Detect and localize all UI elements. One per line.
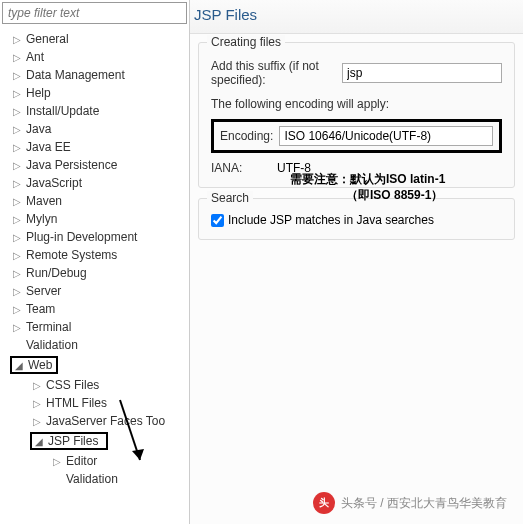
tree-item-label: Maven (26, 194, 62, 208)
tree-item-label: Terminal (26, 320, 71, 334)
chevron-right-icon[interactable]: ▷ (10, 266, 24, 280)
tree-item-label: Run/Debug (26, 266, 87, 280)
tree-item-label: Server (26, 284, 61, 298)
tree-item-label: Java Persistence (26, 158, 117, 172)
chevron-right-icon[interactable]: ▷ (10, 194, 24, 208)
iana-label: IANA: (211, 161, 271, 175)
include-jsp-checkbox[interactable] (211, 214, 224, 227)
group-legend: Creating files (207, 35, 285, 49)
chevron-right-icon[interactable] (50, 472, 64, 486)
chevron-right-icon[interactable]: ▷ (10, 86, 24, 100)
watermark: 头 头条号 / 西安北大青鸟华美教育 (313, 492, 507, 514)
tree-item[interactable]: ▷JavaScript (0, 174, 189, 192)
annotation-text: 需要注意：默认为ISO latin-1 （即ISO 8859-1） (290, 172, 445, 203)
tree-item[interactable]: ▷Install/Update (0, 102, 189, 120)
tree-item-label: General (26, 32, 69, 46)
tree-item[interactable]: ▷Editor (0, 452, 189, 470)
tree-item-label: Help (26, 86, 51, 100)
watermark-icon: 头 (313, 492, 335, 514)
chevron-right-icon[interactable]: ▷ (50, 454, 64, 468)
tree-item-label: Validation (66, 472, 118, 486)
tree-item-label: Plug-in Development (26, 230, 137, 244)
encoding-select[interactable] (279, 126, 493, 146)
tree-item-label: Validation (26, 338, 78, 352)
tree-item-label: Remote Systems (26, 248, 117, 262)
tree-item-label: Editor (66, 454, 97, 468)
tree-item-label: Ant (26, 50, 44, 64)
tree-item[interactable]: ▷Java Persistence (0, 156, 189, 174)
chevron-right-icon[interactable]: ▷ (10, 212, 24, 226)
left-panel: ▷General▷Ant▷Data Management▷Help▷Instal… (0, 0, 190, 524)
tree-item-label: Web (28, 358, 52, 372)
tree-item[interactable]: ◢JSP Files (0, 430, 189, 452)
tree-item[interactable]: ▷Terminal (0, 318, 189, 336)
tree-item[interactable]: ▷Team (0, 300, 189, 318)
tree-item[interactable]: ▷Remote Systems (0, 246, 189, 264)
tree-item[interactable]: ▷Java EE (0, 138, 189, 156)
chevron-right-icon[interactable]: ▷ (10, 50, 24, 64)
tree-item-label: Java EE (26, 140, 71, 154)
tree-item[interactable]: ▷General (0, 30, 189, 48)
tree-item-label: JSP Files (48, 434, 98, 448)
chevron-right-icon[interactable]: ▷ (10, 302, 24, 316)
tree-item-label: HTML Files (46, 396, 107, 410)
search-group: Search Include JSP matches in Java searc… (198, 198, 515, 240)
chevron-right-icon[interactable]: ▷ (10, 122, 24, 136)
tree-item-label: Java (26, 122, 51, 136)
tree-item[interactable]: ▷JavaServer Faces Too (0, 412, 189, 430)
chevron-right-icon[interactable]: ▷ (10, 248, 24, 262)
chevron-right-icon[interactable]: ▷ (30, 378, 44, 392)
tree-item-label: Team (26, 302, 55, 316)
tree-item[interactable]: ▷Plug-in Development (0, 228, 189, 246)
highlight-box: ◢JSP Files (30, 432, 108, 450)
page-title: JSP Files (190, 0, 523, 34)
chevron-down-icon[interactable]: ◢ (12, 358, 26, 372)
suffix-label: Add this suffix (if not specified): (211, 59, 336, 87)
chevron-right-icon[interactable]: ▷ (10, 230, 24, 244)
chevron-down-icon[interactable]: ◢ (32, 434, 46, 448)
tree-item-label: JavaServer Faces Too (46, 414, 165, 428)
tree-item[interactable]: ▷Help (0, 84, 189, 102)
chevron-right-icon[interactable]: ▷ (30, 396, 44, 410)
tree-item-label: Mylyn (26, 212, 57, 226)
tree-item[interactable]: ▷Run/Debug (0, 264, 189, 282)
tree-item[interactable]: ▷HTML Files (0, 394, 189, 412)
tree-item[interactable]: ▷Maven (0, 192, 189, 210)
chevron-right-icon[interactable]: ▷ (10, 32, 24, 46)
tree-item[interactable]: Validation (0, 336, 189, 354)
creating-files-group: Creating files Add this suffix (if not s… (198, 42, 515, 188)
chevron-right-icon[interactable]: ▷ (10, 320, 24, 334)
tree-item-label: JavaScript (26, 176, 82, 190)
right-panel: JSP Files Creating files Add this suffix… (190, 0, 523, 524)
chevron-right-icon[interactable]: ▷ (10, 140, 24, 154)
chevron-right-icon[interactable]: ▷ (30, 414, 44, 428)
chevron-right-icon[interactable]: ▷ (10, 68, 24, 82)
tree-item[interactable]: Validation (0, 470, 189, 488)
tree-item[interactable]: ▷Server (0, 282, 189, 300)
tree-item[interactable]: ▷Ant (0, 48, 189, 66)
suffix-input[interactable] (342, 63, 502, 83)
chevron-right-icon[interactable]: ▷ (10, 104, 24, 118)
tree-item[interactable]: ▷CSS Files (0, 376, 189, 394)
chevron-right-icon[interactable]: ▷ (10, 176, 24, 190)
tree-item[interactable]: ▷Mylyn (0, 210, 189, 228)
encoding-highlight-box: Encoding: (211, 119, 502, 153)
tree-item-label: CSS Files (46, 378, 99, 392)
tree-item-label: Data Management (26, 68, 125, 82)
encoding-label: Encoding: (220, 129, 273, 143)
tree-item[interactable]: ▷Data Management (0, 66, 189, 84)
chevron-right-icon[interactable] (10, 338, 24, 352)
chevron-right-icon[interactable]: ▷ (10, 284, 24, 298)
tree-item-label: Install/Update (26, 104, 99, 118)
preferences-tree: ▷General▷Ant▷Data Management▷Help▷Instal… (0, 26, 189, 524)
chevron-right-icon[interactable]: ▷ (10, 158, 24, 172)
tree-item[interactable]: ▷Java (0, 120, 189, 138)
group-legend: Search (207, 191, 253, 205)
checkbox-label: Include JSP matches in Java searches (228, 213, 434, 227)
filter-input[interactable] (2, 2, 187, 24)
highlight-box: ◢Web (10, 356, 58, 374)
encoding-note: The following encoding will apply: (211, 97, 389, 111)
watermark-text: 头条号 / 西安北大青鸟华美教育 (341, 495, 507, 512)
tree-item[interactable]: ◢Web (0, 354, 189, 376)
